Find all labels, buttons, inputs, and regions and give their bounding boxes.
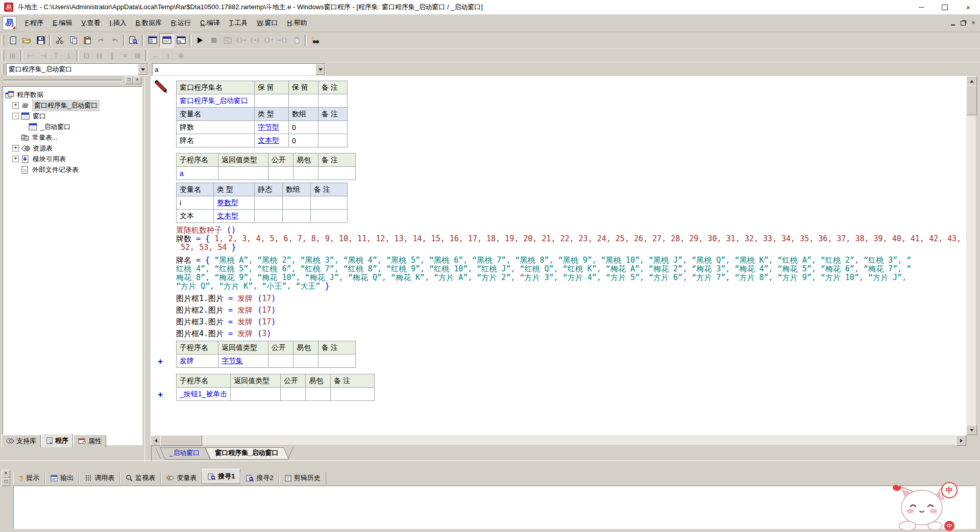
code-token[interactable]: ( — [253, 294, 262, 303]
scroll-right-button[interactable] — [956, 435, 966, 446]
table-cell[interactable]: 0 — [289, 121, 318, 134]
table-cell[interactable]: 窗口程序集_启动窗口 — [177, 94, 255, 108]
table-cell[interactable] — [311, 210, 348, 223]
table-cell[interactable]: 数组 — [283, 183, 311, 196]
view-split-button[interactable] — [174, 34, 188, 47]
workspace-combo-arrow[interactable] — [138, 64, 148, 75]
code-token[interactable]: “黑桃 A”, “黑桃 2”, “黑桃 3”, “黑桃 4”, “黑桃 5”, … — [214, 256, 911, 265]
code-token[interactable]: ( — [253, 317, 262, 326]
code-token[interactable]: 17 — [262, 294, 271, 303]
table-cell[interactable] — [255, 94, 289, 108]
table-cell[interactable]: 备 注 — [318, 81, 348, 94]
paste-button[interactable] — [80, 34, 94, 47]
ime-mini-badge[interactable]: 中 — [944, 521, 954, 531]
table-cell[interactable]: 易包 — [293, 154, 318, 167]
table-cell[interactable] — [268, 354, 293, 368]
code-editor[interactable]: + + 窗口程序集名保 留保 留备 注 窗口程序集_启动窗口 — [151, 76, 966, 435]
open-file-button[interactable] — [20, 34, 34, 47]
table-cell[interactable]: 子程序名 — [177, 374, 231, 388]
tab-watch-table[interactable]: 监视表 — [120, 472, 161, 484]
table-cell[interactable]: 保 留 — [255, 81, 289, 94]
tree-item-constant-table[interactable]: 常量表... — [5, 132, 141, 143]
table-cell[interactable]: 备 注 — [331, 374, 375, 388]
table-cell[interactable]: 类 型 — [255, 108, 289, 121]
menu-item[interactable]: B.数据库 — [131, 16, 166, 30]
code-token[interactable]: = — [228, 294, 237, 303]
table-cell[interactable]: 公开 — [281, 374, 306, 388]
code-token[interactable]: 发牌 — [237, 317, 253, 326]
tab-startup-window[interactable]: _启动窗口 — [162, 447, 207, 459]
code-line[interactable]: 图片框1.图片 = 发牌 (17) — [176, 294, 966, 303]
menu-item[interactable]: V.查看 — [77, 16, 105, 30]
code-line[interactable]: 图片框4.图片 = 发牌 (3) — [176, 330, 966, 338]
table-cell[interactable]: 公开 — [268, 341, 293, 354]
output-float-button[interactable]: □ — [2, 478, 10, 486]
tab-window-assembly[interactable]: 窗口程序集_启动窗口 — [208, 447, 285, 459]
table-cell[interactable]: 保 留 — [289, 81, 318, 94]
table-cell[interactable]: 返回值类型 — [218, 341, 268, 354]
table-cell[interactable]: 子程序名 — [177, 154, 218, 167]
tab-search1[interactable]: 搜寻1 — [202, 469, 240, 484]
code-token[interactable]: = — [196, 234, 205, 243]
tab-properties[interactable]: 属性 — [74, 435, 106, 447]
code-token[interactable]: “方片 Q”, “方片 K”, “小王”, “大王” — [176, 282, 325, 291]
expand-plus-icon[interactable]: + — [12, 156, 19, 162]
search-combo[interactable]: a — [152, 63, 326, 75]
new-file-button[interactable] — [6, 34, 20, 47]
tab-program[interactable]: 程序 — [41, 434, 73, 447]
collapse-minus-icon[interactable]: - — [12, 113, 19, 119]
table-cell[interactable] — [311, 196, 348, 210]
toolbar-grip[interactable] — [2, 64, 4, 74]
table-cell[interactable]: 变量名 — [177, 108, 255, 121]
code-token[interactable]: { — [205, 256, 214, 265]
table-cell[interactable]: 0 — [289, 134, 318, 147]
scroll-up-button[interactable] — [966, 76, 977, 86]
scroll-left-button[interactable] — [151, 435, 161, 446]
tab-output[interactable]: 输出 — [45, 472, 79, 484]
table-cell[interactable] — [318, 167, 356, 180]
code-token[interactable]: = — [196, 256, 205, 265]
table-cell[interactable]: 返回值类型 — [231, 374, 281, 388]
toolbar-grip[interactable] — [2, 50, 4, 61]
save-button[interactable] — [34, 34, 47, 47]
code-token[interactable]: 发牌 — [237, 329, 253, 338]
tab-clip-history[interactable]: 剪辑历史 — [279, 472, 326, 484]
code-token[interactable]: 置随机数种子 — [176, 225, 222, 235]
table-cell[interactable] — [281, 388, 306, 401]
code-token[interactable]: ) — [271, 317, 276, 326]
horizontal-scrollbar[interactable] — [151, 435, 966, 445]
code-token[interactable]: 图片框3.图片 — [176, 317, 228, 326]
minimize-button[interactable] — [910, 0, 933, 14]
code-token[interactable]: } — [231, 243, 236, 252]
table-cell[interactable]: 备 注 — [311, 183, 348, 196]
menu-item[interactable]: R.运行 — [166, 16, 195, 30]
code-token[interactable]: 牌名 — [176, 256, 196, 265]
code-token[interactable]: = — [228, 306, 237, 315]
expand-plus-icon[interactable]: + — [12, 102, 19, 109]
table-cell[interactable]: 类 型 — [214, 183, 255, 196]
tab-search2[interactable]: 搜寻2 — [240, 472, 279, 484]
table-cell[interactable]: 字节型 — [255, 121, 289, 134]
table-cell[interactable]: 静态 — [255, 183, 283, 196]
code-token[interactable]: ( — [253, 306, 262, 315]
table-cell[interactable]: 易包 — [306, 374, 331, 388]
table-cell[interactable] — [331, 388, 375, 401]
table-cell[interactable]: 返回值类型 — [218, 154, 268, 167]
table-cell[interactable]: a — [177, 167, 218, 180]
menu-item[interactable]: H.帮助 — [282, 16, 311, 30]
table-cell[interactable]: 备 注 — [318, 108, 348, 121]
scroll-down-button[interactable] — [966, 425, 977, 435]
mdi-minimize-button[interactable] — [948, 19, 958, 27]
code-line[interactable]: 牌数 = { 1, 2, 3, 4, 5, 6, 7, 8, 9, 10, 11… — [176, 235, 966, 243]
table-cell[interactable] — [255, 196, 283, 210]
menu-item[interactable]: F.程序 — [20, 16, 48, 30]
tree-item-resource-table[interactable]: + 资源表 — [5, 143, 141, 154]
code-token[interactable]: 1, 2, 3, 4, 5, 6, 7, 8, 9, 10, 11, 12, 1… — [214, 234, 966, 243]
table-cell[interactable]: 文本型 — [214, 210, 255, 223]
panel-close-button[interactable]: × — [133, 77, 141, 84]
table-cell[interactable] — [293, 354, 318, 368]
table-cell[interactable] — [318, 354, 356, 368]
expand-sub-fapai-icon[interactable]: + — [158, 357, 163, 366]
code-line[interactable]: 牌名 = { “黑桃 A”, “黑桃 2”, “黑桃 3”, “黑桃 4”, “… — [176, 256, 966, 265]
code-token[interactable]: = — [228, 329, 237, 338]
